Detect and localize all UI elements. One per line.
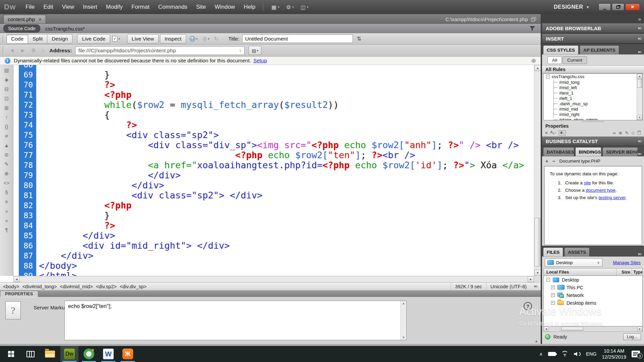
- split-view-button[interactable]: Split: [28, 34, 47, 44]
- step-link-testing-server[interactable]: testing server: [598, 195, 625, 200]
- code-line[interactable]: 71 <?php: [19, 90, 534, 100]
- code-view-button[interactable]: Code: [6, 34, 28, 44]
- code-line[interactable]: 70 ?>: [19, 80, 534, 90]
- column-type[interactable]: Type: [632, 268, 642, 276]
- code-line[interactable]: 89</html>: [19, 271, 534, 276]
- extend-gear-icon[interactable]: ⚙▾: [286, 4, 294, 10]
- tree-toggle-icon[interactable]: +: [551, 293, 555, 297]
- filter-icon[interactable]: [529, 26, 535, 31]
- tree-toggle-icon[interactable]: +: [551, 286, 555, 289]
- outdent-code-icon[interactable]: «: [5, 217, 8, 224]
- code-line[interactable]: 87 </div>: [19, 251, 534, 261]
- sites-icon[interactable]: ◫▾: [301, 4, 309, 10]
- collapse-toggle-icon[interactable]: −: [546, 75, 550, 78]
- code-line[interactable]: 72 while($row2 = mysqli_fetch_array($res…: [19, 100, 534, 110]
- scroll-down-icon[interactable]: ▼: [534, 270, 541, 276]
- forward-icon[interactable]: ►: [20, 47, 26, 54]
- rule-item[interactable]: #mid_tong: [544, 79, 637, 85]
- tab-databases[interactable]: DATABASES: [543, 147, 574, 156]
- show-category-view-icon[interactable]: ≡: [545, 130, 548, 135]
- rule-item[interactable]: #left_1: [544, 96, 637, 101]
- design-view-button[interactable]: Design: [47, 34, 72, 44]
- scroll-up-icon[interactable]: ▲: [637, 74, 642, 79]
- tab-server-beha[interactable]: SERVER BEHA: [602, 147, 638, 156]
- site-select[interactable]: Desktop ∨: [545, 258, 602, 267]
- collapse-selection-icon[interactable]: ⊡: [4, 95, 9, 102]
- sort-az-icon[interactable]: Az↓: [550, 130, 556, 135]
- column-local-files[interactable]: Local Files: [544, 269, 616, 275]
- delete-rule-icon[interactable]: [638, 131, 641, 135]
- code-line[interactable]: 68: [19, 65, 534, 70]
- file-tree-item[interactable]: +This PC: [544, 284, 642, 291]
- live-view-button[interactable]: Live View: [127, 34, 159, 44]
- code-line[interactable]: 82 <?php: [19, 200, 534, 210]
- menu-help[interactable]: Help: [239, 4, 260, 10]
- select-parent-tag-icon[interactable]: ↑: [5, 114, 8, 121]
- tree-toggle-icon[interactable]: −: [546, 278, 550, 282]
- line-numbers-icon[interactable]: #: [5, 133, 8, 139]
- battery-icon[interactable]: [548, 352, 556, 356]
- format-source-icon[interactable]: ¶: [5, 227, 8, 233]
- file-tree-item[interactable]: +Desktop items: [544, 299, 642, 307]
- minimize-button[interactable]: ▁: [598, 3, 611, 11]
- address-dropdown-icon[interactable]: ∨: [239, 49, 241, 52]
- rules-scrollbar[interactable]: ▲ ▼: [637, 74, 642, 120]
- file-tree-item[interactable]: +Network: [544, 291, 642, 299]
- highlight-invalid-code-icon[interactable]: ▲: [4, 142, 9, 149]
- code-navigator-icon[interactable]: ◈: [5, 76, 9, 83]
- scrollbar-thumb[interactable]: [561, 327, 583, 331]
- remove-comment-icon[interactable]: ⊗: [4, 170, 9, 177]
- tag-selector-item[interactable]: <div#mid_tong>: [22, 284, 57, 289]
- rule-item[interactable]: #dang_nhap_admin: [544, 117, 637, 120]
- language-indicator[interactable]: ENG: [586, 351, 596, 357]
- scroll-up-icon[interactable]: ▲: [534, 65, 541, 71]
- attach-stylesheet-icon[interactable]: ∞: [613, 130, 616, 135]
- coccoc-browser-button[interactable]: [80, 346, 98, 362]
- rule-item[interactable]: #mid_left: [544, 85, 637, 90]
- task-view-button[interactable]: [21, 346, 40, 362]
- stop-icon[interactable]: ⊗: [31, 47, 36, 54]
- add-binding-icon[interactable]: +: [545, 158, 548, 164]
- remove-binding-icon[interactable]: −: [552, 158, 555, 164]
- setup-link[interactable]: Setup: [253, 58, 267, 64]
- help-icon[interactable]: ?: [524, 302, 532, 310]
- log-button[interactable]: Log...: [623, 334, 641, 340]
- menu-commands[interactable]: Commands: [154, 4, 192, 10]
- word-button[interactable]: W: [99, 346, 117, 362]
- scroll-down-icon[interactable]: ▼: [637, 115, 642, 120]
- panel-splitter[interactable]: [542, 120, 644, 123]
- code-line[interactable]: 83 }: [19, 210, 534, 221]
- code-line[interactable]: 85 </div>: [19, 231, 534, 241]
- panel-adobe-browserlab[interactable]: ADOBE BROWSERLAB ▾≡: [542, 23, 644, 33]
- scroll-right-icon[interactable]: ►: [528, 276, 534, 282]
- dreamweaver-taskbar-button[interactable]: Dw: [60, 346, 78, 362]
- panel-collapse-icon[interactable]: ▴: [535, 339, 537, 343]
- clock[interactable]: 10:14 AM 12/25/2019: [602, 348, 626, 360]
- scroll-left-icon[interactable]: ◄: [13, 276, 20, 282]
- tag-selector-item[interactable]: <body>: [3, 284, 19, 289]
- start-button[interactable]: [2, 346, 20, 362]
- panel-menu-icon[interactable]: ▾≡: [638, 252, 641, 256]
- code-line[interactable]: 86 <div id="mid_right"> </div>: [19, 241, 534, 251]
- panel-menu-icon[interactable]: ▾≡: [638, 50, 641, 54]
- code-line[interactable]: 69 }: [19, 70, 534, 80]
- menu-file[interactable]: File: [21, 4, 39, 10]
- tray-expand-icon[interactable]: ∧: [539, 351, 543, 357]
- show-set-properties-icon[interactable]: ✱↓: [559, 130, 566, 135]
- collapse-to-icons-icon[interactable]: »: [638, 16, 641, 22]
- vertical-scrollbar[interactable]: ▲ ▼: [534, 65, 541, 276]
- volume-icon[interactable]: [574, 352, 581, 356]
- current-rules-tab[interactable]: Current: [562, 56, 587, 64]
- syntax-error-alerts-icon[interactable]: ⊘: [4, 152, 9, 158]
- new-css-rule-icon[interactable]: ⊕: [619, 130, 622, 135]
- panel-business-catalyst[interactable]: BUSINESS CATALYST ▾≡: [542, 136, 644, 146]
- indent-code-icon[interactable]: »: [5, 208, 8, 215]
- code-line[interactable]: 74 ?>: [19, 120, 534, 130]
- manage-sites-link[interactable]: Manage Sites: [613, 260, 641, 265]
- code-line[interactable]: 80 </div>: [19, 180, 534, 190]
- rule-item[interactable]: #mid_mid: [544, 106, 637, 112]
- tab-ap-elements[interactable]: AP ELEMENTS: [580, 45, 619, 54]
- address-input[interactable]: file:///C|/xampp/htdocs/Project/content.…: [75, 46, 245, 55]
- panel-menu-icon[interactable]: ▾≡: [638, 37, 641, 41]
- scrollbar-thumb[interactable]: [535, 218, 540, 266]
